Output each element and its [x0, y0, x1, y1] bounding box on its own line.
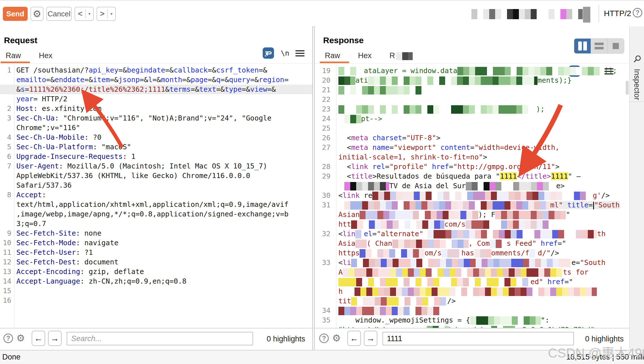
soft-wrap-icon[interactable]	[263, 47, 274, 59]
code-row[interactable]: ed" href="	[315, 277, 630, 287]
search-help-icon[interactable]: ?	[319, 334, 329, 343]
chevron-left-icon: <	[75, 9, 85, 18]
code-row[interactable]: 30<link reg'/>	[315, 191, 630, 200]
code-row[interactable]: initial-scale=1, shrink-to-fit=no">	[315, 152, 630, 162]
code-row[interactable]: 9Sec-Fetch-Site: none	[0, 229, 312, 238]
code-row[interactable]: 5Sec-Ch-Ua-Platform: "macOS"	[0, 142, 312, 152]
newline-toggle[interactable]: \n	[281, 49, 289, 57]
request-tab-raw[interactable]: Raw	[6, 51, 21, 60]
code-row[interactable]: 29 <title>Resultados de búsqueda para "1…	[315, 172, 630, 181]
text-cursor	[593, 202, 594, 209]
dropdown-caret-icon[interactable]: ▾	[85, 9, 93, 18]
redacted-mosaic	[360, 249, 425, 258]
code-row[interactable]: 20atiments);}	[315, 76, 630, 85]
code-row[interactable]: 19ataLayer = window.data[];	[315, 66, 630, 76]
redacted-mosaic	[338, 307, 446, 315]
send-button[interactable]: Send	[3, 7, 28, 21]
code-row[interactable]: 12Sec-Fetch-Dest: document	[0, 257, 312, 267]
code-row[interactable]: Chrome";v="116"	[0, 123, 312, 133]
search-prev-button[interactable]: ←	[32, 331, 45, 346]
code-row[interactable]: 26 <meta charset="UTF-8">	[315, 133, 630, 143]
code-row[interactable]: text/html,application/xhtml+xml,applicat…	[0, 200, 312, 209]
previous-request-button[interactable]: <▾	[75, 7, 94, 21]
code-row[interactable]: 23);	[315, 104, 630, 114]
request-settings-button[interactable]: ⚙	[31, 7, 43, 21]
code-row[interactable]: 2Host: es.xfinity.com	[0, 104, 312, 113]
redacted-mosaic	[338, 67, 364, 75]
redacted-mosaic	[457, 67, 604, 75]
code-row[interactable]: 22	[315, 95, 630, 104]
next-request-button[interactable]: >▾	[97, 7, 116, 21]
code-row[interactable]: 31ml" title="South	[315, 200, 630, 210]
code-row[interactable]: 14Accept-Language: zh-CN,zh;q=0.9,en;q=0…	[0, 277, 312, 286]
redacted-block	[583, 7, 590, 23]
search-next-button[interactable]: →	[48, 331, 62, 346]
code-row[interactable]: tit/>	[315, 296, 630, 306]
cancel-button[interactable]: Cancel	[46, 7, 72, 21]
code-row[interactable]: &s=1111%26%2360;/title%26%2362;1111&term…	[0, 85, 312, 94]
layout-rows-button[interactable]	[591, 39, 608, 53]
code-row[interactable]: 7User-Agent: Mozilla/5.0 (Macintosh; Int…	[0, 161, 312, 171]
code-row[interactable]: 35 window._wpemojiSettings = {":	[315, 315, 630, 325]
code-row[interactable]: 32<linel="alternate" th	[315, 229, 630, 239]
layout-single-button[interactable]	[608, 39, 624, 53]
response-tab-render[interactable]: R	[390, 51, 413, 60]
response-search-input[interactable]	[382, 332, 574, 345]
response-tab-hex[interactable]: Hex	[358, 51, 372, 60]
code-row[interactable]: 8Accept:	[0, 190, 312, 200]
code-row[interactable]: 25	[315, 124, 630, 133]
code-row[interactable]: 3;q=0.7	[0, 219, 312, 229]
code-row[interactable]: 13Accept-Encoding: gzip, deflate	[0, 267, 312, 277]
request-search-bar: ? ⚙ ← → 0 highlights	[0, 328, 312, 350]
code-row[interactable]: ,image/webp,image/apng,*/*;q=0.8,applica…	[0, 209, 312, 219]
redacted-mosaic	[465, 220, 550, 229]
code-row[interactable]: TV de Asia del Sure>	[315, 181, 630, 191]
search-settings-icon[interactable]: ⚙	[16, 332, 25, 344]
response-scrollbar-thumb[interactable]	[626, 81, 629, 95]
menu-icon[interactable]	[295, 50, 304, 56]
redacted-mosaic	[491, 326, 522, 328]
arrow-right-icon: →	[366, 334, 375, 343]
code-row[interactable]: 28 <link rel="profile" href="http://gmpg…	[315, 162, 630, 172]
code-row[interactable]: httpsom/shasomments/fd/"/>	[315, 248, 630, 258]
layout-columns-button[interactable]	[574, 39, 591, 53]
code-row[interactable]: AppleWebKit/537.36 (KHTML, like Gecko) C…	[0, 171, 312, 181]
code-row[interactable]: "https:\/\/s.w.org\/core\/em2.0.0-1\/72x…	[315, 325, 630, 328]
request-editor[interactable]: 1GET /southasian/?api_key=&begindate=&ca…	[0, 65, 312, 328]
code-row[interactable]: httcom/s	[315, 220, 630, 229]
search-help-icon[interactable]: ?	[3, 334, 13, 343]
help-icon[interactable]: ?	[633, 8, 642, 17]
search-settings-icon[interactable]: ⚙	[332, 332, 341, 344]
code-row[interactable]: 15	[0, 286, 312, 296]
code-row[interactable]: 16	[0, 296, 312, 305]
redacted-mosaic	[466, 182, 556, 190]
code-row[interactable]: Asia( Chan, Coms Feed" href="	[315, 239, 630, 248]
code-row[interactable]: Safari/537.36	[0, 181, 312, 190]
code-row[interactable]: 21	[315, 85, 630, 95]
code-row[interactable]: Ats for	[315, 267, 630, 277]
inspector-strip[interactable]: Inspector	[629, 27, 644, 350]
code-row[interactable]: 27 <meta name="viewport" content="width=…	[315, 143, 630, 152]
code-row[interactable]: 6Upgrade-Insecure-Requests: 1	[0, 152, 312, 161]
response-editor[interactable]: 19ataLayer = window.data[];20atiments);}…	[315, 66, 630, 328]
code-row[interactable]: 10Sec-Fetch-Mode: navigate	[0, 238, 312, 248]
response-highlight-count: 0 highlights	[585, 335, 624, 343]
search-next-button[interactable]: →	[364, 331, 377, 346]
code-row[interactable]: 11Sec-Fetch-User: ?1	[0, 248, 312, 257]
request-search-input[interactable]	[67, 332, 253, 345]
dropdown-caret-icon[interactable]: ▾	[107, 9, 115, 18]
code-row[interactable]: 3Sec-Ch-Ua: "Chromium";v="116", "Not)A;B…	[0, 113, 312, 123]
response-tab-raw[interactable]: Raw	[325, 51, 340, 60]
code-row[interactable]: 34	[315, 306, 630, 315]
code-row[interactable]: 4Sec-Ch-Ua-Mobile: ?0	[0, 133, 312, 142]
code-row[interactable]: 1GET /southasian/?api_key=&begindate=&ca…	[0, 65, 312, 75]
request-tab-hex[interactable]: Hex	[39, 51, 53, 60]
code-row[interactable]: 24pt-->	[315, 114, 630, 124]
code-row[interactable]: h	[315, 287, 630, 296]
search-prev-button[interactable]: ←	[347, 331, 361, 346]
code-row[interactable]: Asian); F"	[315, 210, 630, 220]
code-row[interactable]: emailto=&enddate=&item=&jsonp=&l=&month=…	[0, 75, 312, 85]
code-row[interactable]: year= HTTP/2	[0, 94, 312, 104]
redacted-mosaic	[338, 201, 550, 210]
code-row[interactable]: 33<lie="South	[315, 258, 630, 267]
